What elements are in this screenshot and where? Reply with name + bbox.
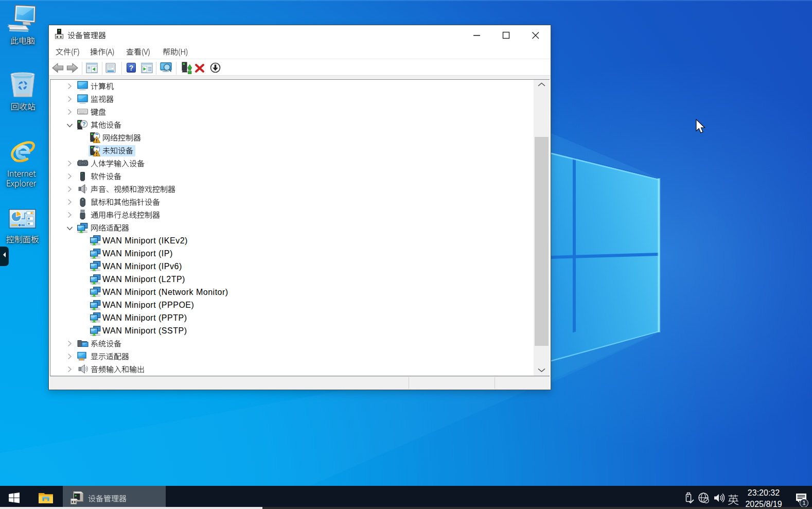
svg-text:?: ? — [82, 121, 86, 127]
svg-text:?: ? — [129, 64, 134, 72]
